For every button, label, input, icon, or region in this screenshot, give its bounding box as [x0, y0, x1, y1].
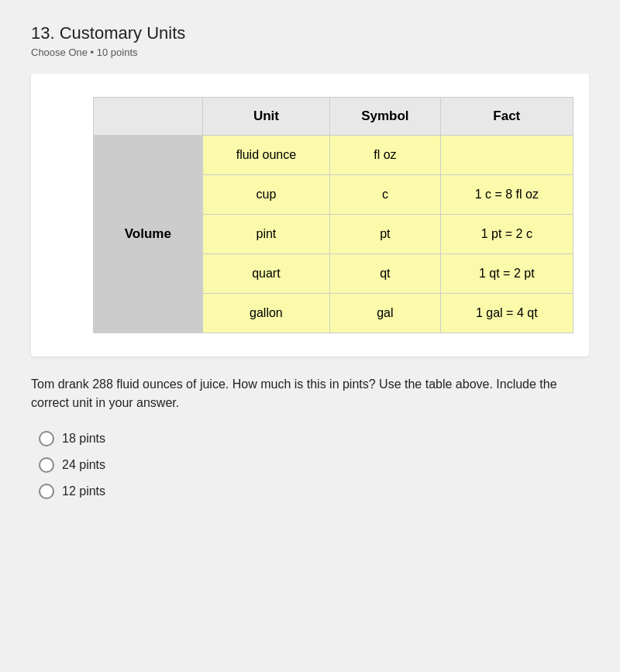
table-wrapper: Unit Symbol Fact Volumefluid ouncefl ozc…: [31, 74, 589, 357]
col-header-category: [94, 98, 203, 136]
options-container: 18 pints24 pints12 pints: [31, 431, 589, 499]
unit-cell: quart: [202, 254, 330, 294]
question-meta: Choose One • 10 points: [31, 47, 589, 58]
option-item[interactable]: 18 pints: [39, 431, 589, 446]
option-item[interactable]: 24 pints: [39, 457, 589, 473]
symbol-cell: pt: [330, 215, 440, 254]
col-header-fact: Fact: [440, 98, 573, 136]
fact-cell: [440, 136, 573, 175]
option-label: 12 pints: [62, 484, 105, 498]
fact-cell: 1 qt = 2 pt: [440, 254, 573, 294]
unit-cell: pint: [202, 215, 330, 254]
option-label: 18 pints: [62, 432, 105, 446]
radio-circle[interactable]: [39, 457, 54, 473]
fact-cell: 1 c = 8 fl oz: [440, 175, 573, 215]
option-label: 24 pints: [62, 458, 105, 472]
col-header-symbol: Symbol: [330, 98, 440, 136]
radio-circle[interactable]: [39, 431, 54, 446]
radio-circle[interactable]: [39, 484, 54, 499]
customary-units-table: Unit Symbol Fact Volumefluid ouncefl ozc…: [93, 97, 574, 333]
unit-cell: cup: [202, 175, 330, 215]
symbol-cell: fl oz: [330, 136, 440, 175]
col-header-unit: Unit: [202, 98, 330, 136]
fact-cell: 1 gal = 4 qt: [440, 294, 573, 333]
question-title: 13. Customary Units: [31, 23, 589, 43]
category-cell: Volume: [94, 136, 203, 333]
unit-cell: gallon: [202, 294, 330, 333]
table-row: Volumefluid ouncefl oz: [94, 136, 574, 175]
symbol-cell: c: [330, 175, 440, 215]
unit-cell: fluid ounce: [202, 136, 330, 175]
question-text: Tom drank 288 fluid ounces of juice. How…: [31, 375, 589, 412]
symbol-cell: gal: [330, 294, 440, 333]
option-item[interactable]: 12 pints: [39, 484, 589, 499]
fact-cell: 1 pt = 2 c: [440, 215, 573, 254]
symbol-cell: qt: [330, 254, 440, 294]
page-container: 13. Customary Units Choose One • 10 poin…: [16, 16, 604, 507]
